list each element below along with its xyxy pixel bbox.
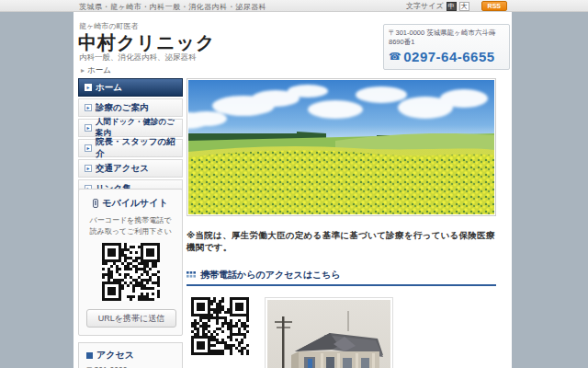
nav-bullet-icon: ▸ (85, 144, 92, 152)
sidebar-item-access[interactable]: ▸ 交通アクセス (78, 159, 183, 178)
square-bullet-icon (86, 352, 93, 359)
mobile-phone-icon (93, 199, 98, 208)
access-title-text: アクセス (96, 349, 134, 362)
access-box: アクセス 〒301-0000 (78, 342, 183, 368)
section-title: 携帯電話からのアクセスはこちら (200, 269, 341, 282)
main-column: ※当院は、厚生労働大臣の定める基準に基づいて診療を行っている保険医療機関です。 … (187, 78, 499, 368)
hero-photo-field (187, 78, 496, 216)
sidebar-item-staff[interactable]: ▸ 院長・スタッフの紹介 (78, 139, 183, 157)
phone-icon: ☎ (389, 51, 401, 63)
clinic-phone: ☎ 0297-64-6655 (389, 49, 504, 64)
nav-label: 院長・スタッフの紹介 (96, 136, 182, 160)
breadcrumb-home[interactable]: ホーム (87, 65, 111, 75)
nav-bullet-icon: ▸ (85, 84, 92, 91)
mobile-site-title: モバイルサイト (79, 197, 182, 210)
breadcrumb-arrow-icon: ▸ (81, 66, 85, 75)
nav-label: 交通アクセス (96, 163, 149, 175)
site-header: 龍ヶ崎市の町医者 中村クリニック 内科一般、消化器内科、泌尿器科 ▸ホーム 〒3… (74, 12, 512, 78)
fontsize-medium-button[interactable]: 中 (447, 2, 457, 11)
contact-info-box: 〒301-0000 茨城県龍ヶ崎市六斗蒔8690番1 ☎ 0297-64-665… (383, 24, 510, 70)
sidebar-item-dock[interactable]: ▸ 人間ドック・健診のご案内 (78, 119, 183, 137)
grid-icon (187, 271, 196, 279)
nav-bullet-icon: ▸ (85, 165, 92, 172)
site-subtitle: 内科一般、消化器内科、泌尿器科 (79, 52, 197, 63)
nav-bullet-icon: ▸ (85, 124, 92, 132)
send-url-button[interactable]: URLを携帯に送信 (86, 309, 176, 328)
qr-code-main (191, 297, 252, 358)
site-title[interactable]: 中村クリニック (78, 30, 215, 55)
sidebar-item-home[interactable]: ▸ ホーム (78, 78, 183, 97)
mobile-site-box: モバイルサイト バーコードを携帯電話で読み取ってご利用下さい URLを携帯に送信 (78, 189, 183, 336)
phone-number: 0297-64-6655 (403, 49, 494, 64)
nav-bullet-icon: ▸ (85, 104, 92, 111)
fontsize-label: 文字サイズ (406, 1, 444, 11)
top-utility-bar: 茨城県・龍ヶ崎市・内科一般・消化器内科・泌尿器科 文字サイズ 中 大 RSS (0, 0, 588, 12)
qr-code-sidebar (102, 243, 160, 301)
breadcrumb: ▸ホーム (81, 65, 111, 76)
sidebar-nav: ▸ ホーム ▸ 診療のご案内 ▸ 人間ドック・健診のご案内 ▸ 院長・スタッフの… (78, 78, 183, 200)
nav-label: 診療のご案内 (96, 102, 148, 114)
mobile-access-row (187, 297, 499, 368)
fontsize-large-button[interactable]: 大 (459, 2, 469, 11)
mobile-access-section-header: 携帯電話からのアクセスはこちら (187, 269, 496, 286)
rss-button[interactable]: RSS (481, 1, 507, 11)
nav-label: ホーム (96, 82, 122, 94)
clinic-address: 〒301-0000 茨城県龍ヶ崎市六斗蒔8690番1 (389, 29, 504, 47)
page-content: 龍ヶ崎市の町医者 中村クリニック 内科一般、消化器内科、泌尿器科 ▸ホーム 〒3… (74, 12, 512, 368)
clinic-building-photo (265, 297, 393, 368)
sidebar-item-shinryo[interactable]: ▸ 診療のご案内 (78, 98, 183, 117)
site-keywords: 茨城県・龍ヶ崎市・内科一般・消化器内科・泌尿器科 (79, 2, 266, 12)
mobile-site-description: バーコードを携帯電話で読み取ってご利用下さい (79, 215, 182, 237)
access-title: アクセス (86, 349, 182, 362)
insurance-notice: ※当院は、厚生労働大臣の定める基準に基づいて診療を行っている保険医療機関です。 (187, 230, 499, 254)
mobile-site-title-text: モバイルサイト (102, 197, 168, 210)
